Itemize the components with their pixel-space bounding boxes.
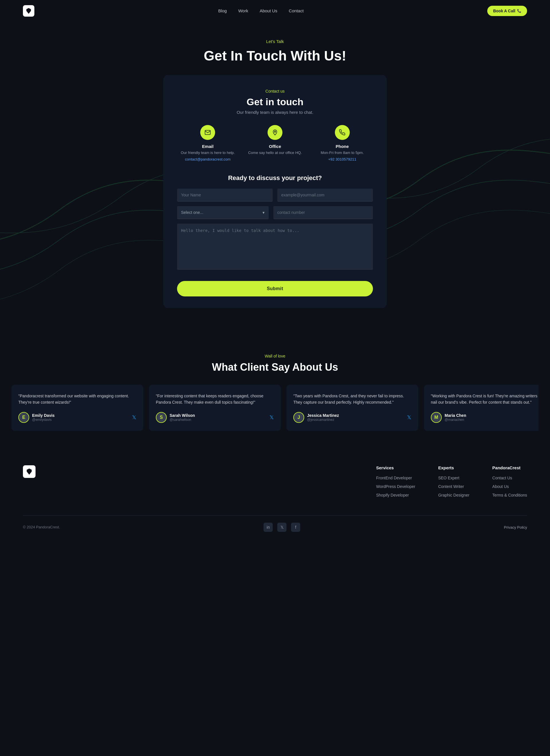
footer-link-content[interactable]: Content Writer	[438, 484, 464, 489]
author-name-2: Sarah Wilson	[170, 413, 195, 418]
email-input[interactable]	[277, 189, 373, 202]
author-handle-1: @emilydavis	[32, 418, 55, 422]
avatar-2: S	[156, 412, 167, 423]
author-name-4: Maria Chen	[445, 413, 466, 418]
author-handle-2: @sarahwilson	[170, 418, 195, 422]
author-4: M Maria Chen @mariachen 𝕏	[431, 412, 539, 423]
footer-main: Services FrontEnd Developer WordPress De…	[23, 465, 527, 501]
footer-pandoracrest-list: Contact Us About Us Terms & Conditions	[492, 475, 527, 498]
submit-button[interactable]: Submit	[177, 281, 373, 296]
footer-link-graphic[interactable]: Graphic Designer	[438, 493, 469, 497]
nav-links: Blog Work About Us Contact	[218, 8, 303, 13]
office-col-desc: Come say hello at our office HQ.	[244, 151, 306, 155]
footer-link-contact[interactable]: Contact Us	[492, 476, 512, 480]
name-input[interactable]	[177, 189, 273, 202]
testimonial-card-1: "Pandoracrest transformed our website wi…	[11, 385, 143, 431]
phone-icon: 📞	[517, 9, 521, 13]
author-details-3: Jessica Martinez @jessicamartinez	[307, 413, 339, 422]
testimonial-text-3: "Two years with Pandora Crest, and they …	[293, 393, 411, 406]
footer-link-about[interactable]: About Us	[492, 484, 509, 489]
twitter-icon-1: 𝕏	[132, 414, 136, 421]
avatar-3: J	[293, 412, 304, 423]
email-icon-wrap	[200, 125, 215, 140]
contact-col-phone: Phone Mon-Fri from 8am to 5pm. +92 30105…	[311, 125, 373, 162]
author-details-1: Emily Davis @emilydavis	[32, 413, 55, 422]
phone-col-desc: Mon-Fri from 8am to 5pm.	[311, 151, 373, 155]
book-call-label: Book A Call	[493, 9, 515, 13]
contact-columns: Email Our friendly team is here to help.…	[177, 125, 373, 162]
testimonials-section: Wall of love What Client Say About Us "P…	[0, 337, 550, 448]
message-textarea[interactable]	[177, 224, 373, 269]
logo-icon	[25, 7, 32, 14]
twitter-icon-3: 𝕏	[407, 414, 411, 421]
phone-col-link[interactable]: +92 3010579211	[328, 157, 356, 161]
footer-link-seo[interactable]: SEO Expert	[438, 476, 459, 480]
testimonials-row: "Pandoracrest transformed our website wi…	[11, 385, 539, 431]
form-row-1	[177, 189, 373, 202]
phone-input[interactable]	[273, 206, 373, 219]
facebook-icon[interactable]: f	[291, 523, 300, 532]
footer-link-frontend[interactable]: FrontEnd Developer	[376, 476, 412, 480]
footer-col-services: Services FrontEnd Developer WordPress De…	[376, 465, 415, 501]
footer-link-wordpress[interactable]: WordPress Developer	[376, 484, 415, 489]
hero-title: Get In Touch With Us!	[6, 48, 544, 64]
logo[interactable]	[23, 5, 34, 17]
form-row-2: Select one... Web Design SEO Content Wri…	[177, 206, 373, 219]
nav-blog[interactable]: Blog	[218, 8, 227, 13]
form-title: Ready to discuss your project?	[177, 174, 373, 182]
author-info-2: S Sarah Wilson @sarahwilson	[156, 412, 195, 423]
submit-label: Submit	[267, 286, 283, 291]
author-info-3: J Jessica Martinez @jessicamartinez	[293, 412, 339, 423]
office-icon-wrap	[268, 125, 282, 140]
phone-icon-wrap	[335, 125, 350, 140]
author-handle-3: @jessicamartinez	[307, 418, 339, 422]
twitter-icon-2: 𝕏	[270, 414, 274, 421]
author-3: J Jessica Martinez @jessicamartinez 𝕏	[293, 412, 411, 423]
footer-link-terms[interactable]: Terms & Conditions	[492, 493, 527, 497]
navbar: Blog Work About Us Contact Book A Call 📞	[0, 0, 550, 22]
footer-copyright: © 2024 PandoraCrest.	[23, 525, 60, 529]
avatar-1: E	[18, 412, 29, 423]
privacy-link[interactable]: Privacy Policy	[504, 525, 527, 530]
footer-link-shopify[interactable]: Shopify Developer	[376, 493, 409, 497]
author-info-1: E Emily Davis @emilydavis	[18, 412, 55, 423]
phone-col-title: Phone	[311, 144, 373, 149]
footer-logo-icon	[26, 468, 33, 475]
email-col-title: Email	[177, 144, 239, 149]
footer-services-list: FrontEnd Developer WordPress Developer S…	[376, 475, 415, 498]
author-details-4: Maria Chen @mariachen	[445, 413, 466, 422]
contact-eyebrow: Contact us	[177, 89, 373, 93]
author-2: S Sarah Wilson @sarahwilson 𝕏	[156, 412, 274, 423]
email-col-link[interactable]: contact@pandoracrest.com	[185, 157, 231, 161]
contact-subtitle: Our friendly team is always here to chat…	[177, 110, 373, 115]
service-select[interactable]: Select one... Web Design SEO Content Wri…	[177, 206, 269, 219]
footer-logo[interactable]	[23, 465, 36, 501]
nav-work[interactable]: Work	[238, 8, 249, 13]
footer: Services FrontEnd Developer WordPress De…	[0, 448, 550, 540]
footer-logo-shape	[23, 465, 36, 478]
footer-columns: Services FrontEnd Developer WordPress De…	[58, 465, 527, 501]
nav-contact[interactable]: Contact	[289, 8, 303, 13]
testimonial-card-2: "For interesting content that keeps read…	[149, 385, 281, 431]
author-1: E Emily Davis @emilydavis 𝕏	[18, 412, 136, 423]
author-name-1: Emily Davis	[32, 413, 55, 418]
author-handle-4: @mariachen	[445, 418, 466, 422]
testimonial-text-2: "For interesting content that keeps read…	[156, 393, 274, 406]
email-icon	[205, 129, 211, 136]
author-info-4: M Maria Chen @mariachen	[431, 412, 466, 423]
footer-bottom: © 2024 PandoraCrest. in 𝕏 f Privacy Poli…	[23, 515, 527, 532]
footer-services-heading: Services	[376, 465, 415, 470]
footer-privacy: Privacy Policy	[504, 525, 527, 530]
footer-experts-heading: Experts	[438, 465, 469, 470]
testimonials-title: What Client Say About Us	[11, 361, 539, 373]
testimonial-card-3: "Two years with Pandora Crest, and they …	[286, 385, 418, 431]
twitter-social-icon[interactable]: 𝕏	[277, 523, 286, 532]
book-call-button[interactable]: Book A Call 📞	[487, 6, 527, 16]
footer-social: in 𝕏 f	[264, 523, 300, 532]
svg-point-6	[275, 131, 276, 132]
contact-col-office: Office Come say hello at our office HQ.	[244, 125, 306, 162]
hero-eyebrow: Let's Talk	[6, 39, 544, 44]
testimonial-text-4: "Working with Pandora Crest is fun! They…	[431, 393, 539, 406]
nav-about[interactable]: About Us	[260, 8, 277, 13]
linkedin-icon[interactable]: in	[264, 523, 273, 532]
